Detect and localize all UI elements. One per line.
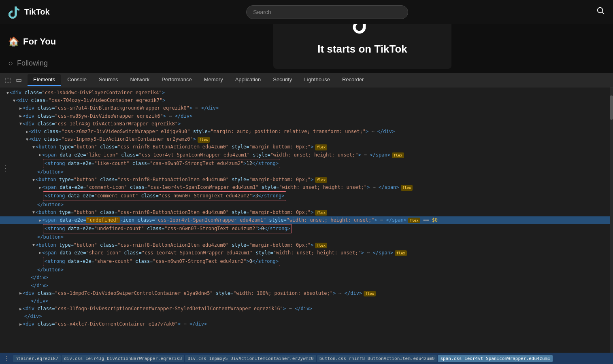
tab-lighthouse[interactable]: Lighthouse xyxy=(298,74,336,86)
collapse-triangle[interactable]: ▼ xyxy=(32,144,35,150)
elem-line: </button> xyxy=(0,233,610,241)
expand-triangle[interactable]: ▶ xyxy=(39,250,41,256)
tiktok-logo: TikTok xyxy=(8,6,50,19)
breadcrumb-button[interactable]: button.css-rninf8-ButtonActionItem.edu4z… xyxy=(317,355,437,362)
search-icon[interactable] xyxy=(596,6,605,17)
elem-line: ▶ <div class="css-sm7ut4-DivBlurBackgrou… xyxy=(0,104,610,112)
expand-triangle[interactable]: ▶ xyxy=(39,152,41,158)
expand-triangle[interactable]: ▶ xyxy=(26,129,28,135)
scrollbar-track[interactable] xyxy=(610,87,613,364)
collapse-triangle[interactable]: ▼ xyxy=(32,177,35,183)
collapse-triangle[interactable]: ▼ xyxy=(32,242,35,248)
breadcrumb-ntainer[interactable]: ntainer.eqrezik7 xyxy=(13,355,61,362)
expand-triangle[interactable]: ▶ xyxy=(19,306,22,312)
home-icon: 🏠 xyxy=(8,36,19,47)
breadcrumb-divactionbar[interactable]: div.css-1elr43g-DivActionBarWrapper.eqre… xyxy=(62,355,184,362)
tab-memory[interactable]: Memory xyxy=(198,74,229,86)
elem-line: ▶ <div class="css-x4xlc7-DivCommentConta… xyxy=(0,320,610,328)
elem-line: </div> xyxy=(0,297,610,305)
breadcrumb-span-active[interactable]: span.css-1eor4vt-SpanIconWrapper.edu4zum… xyxy=(438,355,553,362)
tiktok-logo-icon xyxy=(8,6,21,19)
devtools-tabs-bar: ⬚ ▭ Elements Console Sources Network Per… xyxy=(0,73,613,87)
tab-security[interactable]: Security xyxy=(267,74,298,86)
breadcrumb-divactionitem[interactable]: div.css-1npmxy5-DivActionItemContainer.e… xyxy=(185,355,316,362)
tab-recorder[interactable]: Recorder xyxy=(336,74,369,86)
collapse-triangle[interactable]: ▼ xyxy=(13,97,15,104)
elem-line-undefined-icon: ▶ <span data-e2e="undefined"-icon class=… xyxy=(0,216,610,224)
for-you-nav[interactable]: 🏠 For You xyxy=(0,32,64,51)
svg-line-1 xyxy=(602,12,604,14)
elem-line: </div> xyxy=(0,282,610,290)
for-you-label: For You xyxy=(23,36,56,47)
elem-line: ▼ <div class="css-1sb4dwc-DivPlayerConta… xyxy=(0,89,610,97)
tab-console[interactable]: Console xyxy=(62,74,92,86)
elem-line: </button> xyxy=(0,266,610,274)
elem-line: ▶ <div class="css-z6mz7r-DivVideoSwitchW… xyxy=(0,128,610,135)
expand-triangle[interactable]: ▶ xyxy=(19,113,22,119)
elem-line: ▶ <div class="css-1dmpd7c-DivVideoSwiper… xyxy=(0,290,610,297)
elements-panel[interactable]: ⋮ ▼ <div class="css-1sb4dwc-DivPlayerCon… xyxy=(0,87,610,364)
collapse-triangle[interactable]: ▼ xyxy=(19,121,22,127)
expand-triangle[interactable]: ▶ xyxy=(19,321,22,328)
three-dots-icon[interactable]: ⋮ xyxy=(0,162,11,175)
devtools-panel: ⬚ ▭ Elements Console Sources Network Per… xyxy=(0,73,613,364)
elem-line: ▶ <div class="css-31foqn-DivDescriptionC… xyxy=(0,305,610,313)
expand-triangle[interactable]: ▶ xyxy=(19,105,22,112)
device-icon[interactable]: ▭ xyxy=(14,74,23,85)
elem-line-comment-count: <strong data-e2e="comment-count" class="… xyxy=(0,191,610,201)
tiktok-header: TikTok Search xyxy=(0,0,613,24)
following-nav[interactable]: ○ Following xyxy=(0,55,56,72)
devtools-left-icons: ⬚ ▭ xyxy=(3,74,23,85)
elem-line: </button> xyxy=(0,201,610,209)
elem-line: </div> xyxy=(0,313,610,320)
elem-line-undefined-count: <strong data-e2e="undefined-count" class… xyxy=(0,224,610,233)
three-dots-menu[interactable]: ⋮ xyxy=(3,355,10,362)
elem-line: ▼ <div class="css-1elr43g-DivActionBarWr… xyxy=(0,120,610,128)
elem-line: ▶ <span data-e2e="share-icon" class="css… xyxy=(0,249,610,257)
elem-line: ▶ <span data-e2e="like-icon" class="css-… xyxy=(0,151,610,159)
tab-network[interactable]: Network xyxy=(125,74,155,86)
elem-line: ▶ <div class="css-nw85yw-DivVideoWrapper… xyxy=(0,112,610,120)
elem-line: ▼ <button type="button" class="css-rninf… xyxy=(0,241,610,249)
elem-line: ▼ <button type="button" class="css-rninf… xyxy=(0,176,610,184)
svg-point-0 xyxy=(598,8,603,13)
expand-triangle[interactable]: ▶ xyxy=(39,217,41,224)
collapse-triangle[interactable]: ▼ xyxy=(26,136,28,143)
search-placeholder: Search xyxy=(253,9,271,15)
search-bar[interactable]: Search xyxy=(246,5,408,19)
elem-line-like-count: <strong data-e2e="like-count" class="css… xyxy=(0,159,610,168)
logo-text: TikTok xyxy=(24,7,50,17)
elem-line: ▼ <button type="button" class="css-rninf… xyxy=(0,209,610,216)
collapse-triangle[interactable]: ▼ xyxy=(32,209,35,216)
tab-sources[interactable]: Sources xyxy=(93,74,124,86)
elem-line: </div> xyxy=(0,274,610,281)
expand-triangle[interactable]: ▶ xyxy=(39,184,41,191)
devtools-content: ⋮ ▼ <div class="css-1sb4dwc-DivPlayerCon… xyxy=(0,87,613,364)
elem-line: ▶ <span data-e2e="comment-icon" class="c… xyxy=(0,184,610,191)
tab-performance[interactable]: Performance xyxy=(156,74,197,86)
tab-elements[interactable]: Elements xyxy=(28,74,61,86)
elem-line: ▼ <button type="button" class="css-rninf… xyxy=(0,143,610,151)
breadcrumb-bar: ⋮ ntainer.eqrezik7 div.css-1elr43g-DivAc… xyxy=(0,353,613,364)
inspector-icon[interactable]: ⬚ xyxy=(3,74,13,85)
elem-line-share-count: <strong data-e2e="share-count" class="cs… xyxy=(0,257,610,266)
elem-line: ▼ <div class="css-704ozy-DivVideoContain… xyxy=(0,97,610,104)
tab-application[interactable]: Application xyxy=(230,74,267,86)
scrollbar-thumb[interactable] xyxy=(610,95,613,120)
elem-line: </button> xyxy=(0,168,610,176)
following-label: Following xyxy=(17,59,48,68)
overlay-title: It starts on TikTok xyxy=(317,43,407,55)
elem-line: ▼ <div class="css-1npmxy5-DivActionItemC… xyxy=(0,135,610,143)
following-icon: ○ xyxy=(8,59,13,68)
expand-triangle[interactable]: ▶ xyxy=(19,290,22,296)
collapse-triangle[interactable]: ▼ xyxy=(6,90,9,96)
